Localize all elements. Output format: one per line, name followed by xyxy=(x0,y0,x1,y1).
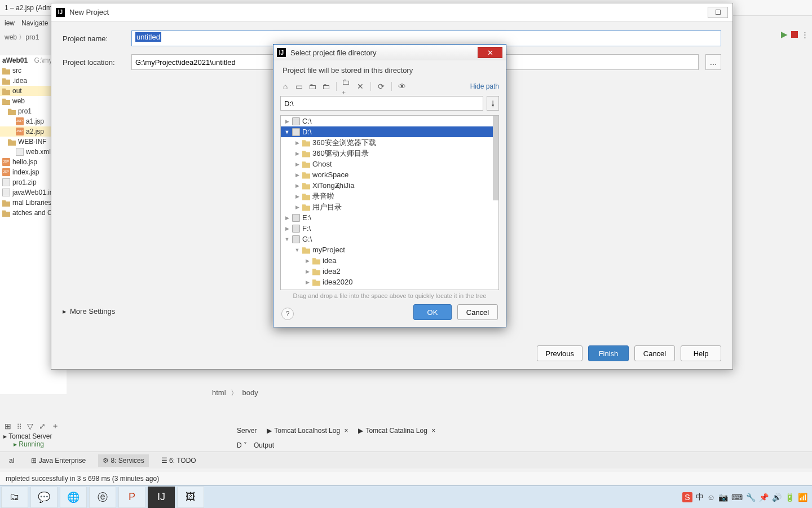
project-icon[interactable]: 🗀 xyxy=(307,81,317,91)
crumb-body[interactable]: body xyxy=(242,388,258,398)
close-button[interactable]: ✕ xyxy=(478,47,502,58)
tray-pin-icon[interactable]: 📌 xyxy=(759,493,769,502)
expand-arrow-icon[interactable]: ▶ xyxy=(284,119,290,124)
taskbar-powerpoint[interactable]: P xyxy=(118,487,145,508)
crumb-html[interactable]: html xyxy=(212,388,226,398)
tree-node[interactable]: ▶360安全浏览器下载 xyxy=(281,137,498,148)
expand-arrow-icon[interactable]: ▼ xyxy=(284,129,290,135)
expand-arrow-icon[interactable]: ▶ xyxy=(304,279,310,285)
tree-node[interactable]: ▼G:\ xyxy=(281,234,498,244)
taskbar-wechat[interactable]: 💬 xyxy=(30,487,58,508)
stop-icon[interactable] xyxy=(791,31,798,38)
expand-arrow-icon[interactable]: ▶ xyxy=(294,161,300,167)
help-button[interactable]: Help xyxy=(681,345,721,361)
tree-icon[interactable]: ⁝⁝ xyxy=(17,422,21,431)
expand-arrow-icon[interactable]: ▶ xyxy=(284,226,290,231)
tomcat-server-node[interactable]: ▸ Tomcat Server xyxy=(3,432,52,440)
tree-node[interactable]: ▶XiTongZhiJia xyxy=(281,180,498,191)
expand-arrow-icon[interactable]: ▶ xyxy=(294,151,300,156)
add-icon[interactable]: ＋ xyxy=(51,421,59,431)
file-chooser-description: Project file will be stored in this dire… xyxy=(273,60,506,80)
maximize-button[interactable]: ☐ xyxy=(708,7,728,18)
tab-tomcat-catalina[interactable]: ▶ Tomcat Catalina Log × xyxy=(358,427,435,435)
taskbar-ie[interactable]: ⓔ xyxy=(89,487,116,508)
layout-icon[interactable]: ⊞ xyxy=(5,422,11,431)
finish-button[interactable]: Finish xyxy=(588,345,629,361)
tree-node[interactable]: ▶workSpace xyxy=(281,169,498,180)
delete-icon[interactable]: ✕ xyxy=(355,81,365,91)
file-icon xyxy=(2,178,10,186)
browse-location-button[interactable]: … xyxy=(705,54,721,70)
refresh-icon[interactable]: ⟳ xyxy=(376,81,386,91)
new-folder-icon[interactable]: 🗀₊ xyxy=(342,81,352,91)
tray-keyboard-icon[interactable]: ⌨ xyxy=(731,493,743,502)
help-icon[interactable]: ? xyxy=(281,308,294,320)
menu-view[interactable]: iew xyxy=(5,19,15,27)
new-project-titlebar[interactable]: IJ New Project ☐ xyxy=(51,3,732,21)
tree-node[interactable]: ▶C:\ xyxy=(281,116,498,126)
tray-wifi-icon[interactable]: 📶 xyxy=(798,493,807,502)
tree-node[interactable]: ▶录音啦 xyxy=(281,191,498,202)
expand-arrow-icon[interactable]: ▶ xyxy=(304,258,310,264)
previous-button[interactable]: Previous xyxy=(537,345,582,361)
taskbar-app[interactable]: 🖼 xyxy=(177,487,204,508)
tree-node[interactable]: ▶用户目录 xyxy=(281,202,498,212)
expand-arrow-icon[interactable]: ▼ xyxy=(284,237,290,242)
taskbar-chrome[interactable]: 🌐 xyxy=(60,487,87,508)
expand-arrow-icon[interactable]: ▶ xyxy=(304,269,310,274)
menu-navigate[interactable]: Navigate xyxy=(21,19,48,27)
tree-scrollbar[interactable] xyxy=(493,116,498,200)
tray-battery-icon[interactable]: 🔋 xyxy=(785,493,795,502)
file-chooser-titlebar[interactable]: IJ Select project file directory ✕ xyxy=(273,45,506,60)
path-history-button[interactable]: ⭳ xyxy=(487,96,499,111)
tree-node[interactable]: ▶F:\ xyxy=(281,223,498,234)
expand-icon[interactable]: ⤢ xyxy=(39,422,46,431)
expand-arrow-icon[interactable]: ▼ xyxy=(294,247,300,253)
tab-terminal[interactable]: al xyxy=(5,454,19,467)
expand-arrow-icon[interactable]: ▶ xyxy=(294,140,300,146)
tree-node[interactable]: ▶360驱动大师目录 xyxy=(281,148,498,159)
expand-arrow-icon[interactable]: ▶ xyxy=(294,194,300,199)
tray-tool-icon[interactable]: 🔧 xyxy=(746,493,756,502)
directory-tree[interactable]: ▶C:\▼D:\▶360安全浏览器下载▶360驱动大师目录▶Ghost▶work… xyxy=(280,115,499,290)
tree-node[interactable]: ▶idea2 xyxy=(281,266,498,277)
show-hidden-icon[interactable]: 👁 xyxy=(397,81,407,91)
expand-arrow-icon[interactable]: ▶ xyxy=(284,215,290,221)
running-node[interactable]: ▸ Running xyxy=(3,440,52,448)
tray-volume-icon[interactable]: 🔊 xyxy=(772,493,782,502)
tab-todo[interactable]: ☰ 6: TODO xyxy=(157,454,201,467)
tree-node[interactable]: ▶Ghost xyxy=(281,159,498,169)
cancel-button[interactable]: Cancel xyxy=(457,304,498,320)
filter-icon[interactable]: ▽ xyxy=(27,422,33,431)
ok-button[interactable]: OK xyxy=(413,304,452,320)
path-input[interactable] xyxy=(280,96,483,111)
taskbar-explorer[interactable]: 🗂 xyxy=(1,487,28,508)
cancel-button[interactable]: Cancel xyxy=(634,345,675,361)
tray-emoji-icon[interactable]: ☺ xyxy=(707,493,715,502)
tab-java-enterprise[interactable]: ⊞ Java Enterprise xyxy=(27,454,90,467)
tab-tomcat-localhost[interactable]: ▶ Tomcat Localhost Log × xyxy=(267,427,348,435)
tray-camera-icon[interactable]: 📷 xyxy=(718,493,728,502)
home-icon[interactable]: ⌂ xyxy=(280,81,290,91)
tree-node[interactable]: ▶E:\ xyxy=(281,212,498,223)
tree-node[interactable]: ▶idea2020 xyxy=(281,277,498,287)
sogou-ime-icon[interactable]: S xyxy=(682,492,692,502)
tree-node[interactable]: ▼myProject xyxy=(281,244,498,255)
file-icon xyxy=(16,148,24,156)
tab-server[interactable]: Server xyxy=(237,427,257,435)
run-icon[interactable]: ▶ xyxy=(781,29,788,40)
more-icon[interactable]: ⋮ xyxy=(801,30,809,39)
tree-node[interactable]: ▼D:\ xyxy=(281,126,498,137)
tab-services[interactable]: ⚙ 8: Services xyxy=(98,454,149,467)
tree-node[interactable]: ▶idea xyxy=(281,255,498,266)
module-icon[interactable]: 🗀 xyxy=(321,81,331,91)
expand-arrow-icon[interactable]: ▶ xyxy=(294,172,300,178)
run-tree: ▸ Tomcat Server ▸ Running xyxy=(3,432,52,448)
hide-path-link[interactable]: Hide path xyxy=(470,82,499,90)
debug-dropdown[interactable]: D ˅ xyxy=(237,441,247,449)
expand-arrow-icon[interactable]: ▶ xyxy=(294,183,300,189)
ime-lang-icon[interactable]: 中 xyxy=(696,492,704,502)
desktop-icon[interactable]: ▭ xyxy=(294,81,304,91)
taskbar-intellij[interactable]: IJ xyxy=(148,487,175,508)
expand-arrow-icon[interactable]: ▶ xyxy=(294,204,300,210)
